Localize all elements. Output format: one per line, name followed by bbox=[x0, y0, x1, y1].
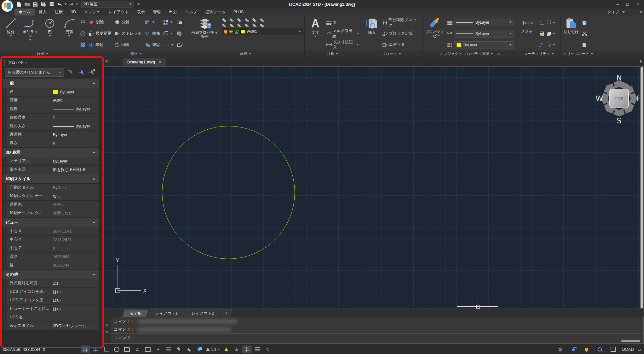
lineweight-dropdown[interactable]: ByLayer bbox=[454, 19, 514, 26]
erase-button[interactable]: 削除 bbox=[89, 18, 111, 26]
maximize-button[interactable]: □ bbox=[623, 0, 633, 9]
layer-restore-icon[interactable] bbox=[252, 22, 257, 27]
collapse-icon[interactable] bbox=[93, 151, 95, 153]
section-header[interactable]: その他 bbox=[3, 270, 99, 279]
layer-match-icon[interactable] bbox=[252, 17, 257, 22]
text-button[interactable]: A 文字 bbox=[306, 16, 325, 51]
point-style-icon[interactable] bbox=[539, 41, 545, 49]
command-drag-handle[interactable] bbox=[105, 318, 110, 320]
quick-select-button[interactable]: + bbox=[67, 69, 75, 76]
block-define-button[interactable]: ブロック定義 bbox=[382, 30, 421, 38]
annotation-scale-icon[interactable]: 1:1 bbox=[205, 345, 221, 353]
command-window-grip[interactable]: × ✎ bbox=[103, 317, 111, 343]
scale-button[interactable]: 尺度変更 bbox=[89, 29, 111, 38]
tab-model[interactable]: モデル bbox=[122, 310, 149, 317]
close-button[interactable]: × bbox=[633, 0, 643, 9]
quick-calc-icon[interactable] bbox=[539, 30, 545, 38]
property-value[interactable]: はい bbox=[50, 305, 99, 313]
property-value[interactable]: 影を投じる/受ける bbox=[50, 166, 99, 174]
property-value[interactable]: 0 bbox=[50, 139, 99, 147]
layer-unlock-icon[interactable] bbox=[229, 17, 234, 22]
lineweight-display-icon[interactable] bbox=[164, 345, 173, 353]
ortho-mode-icon[interactable] bbox=[101, 345, 111, 353]
layer-freeze-icon[interactable] bbox=[222, 22, 227, 27]
type-caret-icon[interactable] bbox=[622, 11, 625, 13]
annotation-auto-scale-icon[interactable] bbox=[221, 345, 231, 353]
multileader-button[interactable]: マルチ引出線 bbox=[325, 30, 359, 38]
trim-button[interactable] bbox=[163, 41, 174, 49]
block-editor-button[interactable]: エディタ bbox=[382, 41, 421, 49]
minimize-button[interactable]: – bbox=[612, 0, 623, 9]
dynamic-input-icon[interactable] bbox=[122, 345, 132, 353]
linear-dimension-button[interactable]: 長さ寸法記入 bbox=[325, 41, 359, 49]
polyline-edit-button[interactable] bbox=[177, 41, 183, 49]
doc-restore-button[interactable]: □ bbox=[634, 10, 636, 14]
command-resize-thumb[interactable] bbox=[621, 340, 640, 342]
vertical-scrollbar[interactable] bbox=[640, 67, 644, 309]
polyline-button[interactable]: ポリライン bbox=[21, 16, 40, 51]
copy-nested-icon[interactable] bbox=[546, 30, 556, 38]
table-button[interactable]: 表 bbox=[325, 19, 359, 27]
explode-button[interactable]: 分解 bbox=[114, 18, 142, 26]
layer-prev-icon[interactable] bbox=[237, 17, 242, 22]
select-objects-button[interactable] bbox=[78, 69, 85, 76]
ribbon-tab-表示[interactable]: 表示 bbox=[133, 9, 149, 15]
object-snap-tracking-icon[interactable]: + bbox=[153, 345, 163, 353]
copy-clip-icon[interactable] bbox=[581, 19, 588, 27]
doc-close-button[interactable]: × bbox=[640, 10, 642, 14]
layer-properties-manager-button[interactable]: 画層プロパティ管理 bbox=[188, 16, 221, 51]
mirror-button[interactable]: 鏡像 bbox=[145, 29, 160, 38]
annotation-visibility-icon[interactable] bbox=[185, 345, 194, 353]
model-paper-toggle-icon[interactable] bbox=[195, 345, 204, 353]
layer-dropdown[interactable]: 画層1 bbox=[222, 28, 303, 35]
insert-block-button[interactable]: 挿入 bbox=[362, 16, 381, 51]
clip-button[interactable] bbox=[177, 29, 183, 38]
polar-tracking-icon[interactable] bbox=[112, 345, 121, 353]
doc-minimize-button[interactable]: – bbox=[628, 10, 630, 14]
qat-overflow-icon[interactable] bbox=[135, 1, 142, 8]
quick-properties-icon[interactable] bbox=[253, 345, 262, 353]
redo-icon[interactable] bbox=[67, 1, 75, 8]
collapse-icon[interactable] bbox=[93, 82, 95, 84]
viewcube[interactable]: TOP N W E S bbox=[596, 75, 642, 125]
panel-annotate-footer[interactable]: 注釈 bbox=[305, 51, 361, 57]
properties-title-bar[interactable]: プロパティ bbox=[3, 59, 99, 67]
selection-cycling-icon[interactable] bbox=[174, 345, 184, 353]
section-header[interactable]: 一般 bbox=[3, 79, 99, 88]
command-close-icon[interactable]: × bbox=[106, 322, 108, 327]
resize-grip-icon[interactable] bbox=[638, 347, 641, 351]
property-value[interactable] bbox=[50, 313, 99, 322]
panel-block-footer[interactable]: ブロック bbox=[361, 51, 422, 57]
tab-layout2[interactable]: レイアウト2 bbox=[185, 310, 221, 317]
copy-button[interactable]: 複写 bbox=[145, 41, 160, 49]
coordinate-readout[interactable]: 3567.256, 433.0284, 0 bbox=[3, 347, 45, 352]
fillet-button[interactable] bbox=[163, 29, 174, 38]
document-tab-close-icon[interactable]: × bbox=[159, 60, 161, 64]
undo-dropdown-icon[interactable] bbox=[64, 3, 67, 5]
move-button[interactable]: 移動 bbox=[89, 41, 111, 49]
id-point-icon[interactable] bbox=[539, 19, 545, 27]
ribbon-tab-挿入[interactable]: 挿入 bbox=[35, 9, 51, 15]
toggle-pickadd-button[interactable] bbox=[88, 69, 95, 76]
hatch-display-icon[interactable] bbox=[242, 345, 252, 353]
color-dropdown[interactable]: ByLayer bbox=[454, 41, 514, 49]
circle-entity[interactable] bbox=[162, 126, 295, 259]
ribbon-tab-ホーム[interactable]: ホーム bbox=[14, 9, 35, 15]
paste-special-icon[interactable] bbox=[581, 41, 588, 49]
ribbon-tab-管理[interactable]: 管理 bbox=[149, 9, 165, 15]
tab-add-layout[interactable]: + bbox=[221, 310, 232, 317]
property-value[interactable]: はい bbox=[50, 288, 99, 296]
lineweight-list-icon[interactable] bbox=[446, 19, 453, 27]
linetype-dropdown[interactable]: ByLayer bbox=[454, 30, 514, 38]
property-value[interactable]: 1:1 bbox=[50, 279, 99, 287]
clean-screen-icon[interactable]: ↻ bbox=[263, 345, 273, 353]
offset-button[interactable] bbox=[177, 18, 183, 26]
redo-dropdown-icon[interactable] bbox=[76, 3, 78, 5]
ribbon-tab-PLUS[interactable]: PLUS bbox=[229, 9, 248, 15]
open-folder-icon[interactable] bbox=[23, 1, 31, 8]
ui-lock-icon[interactable] bbox=[569, 345, 578, 353]
angle-snap-icon[interactable]: ∠ bbox=[133, 345, 142, 353]
panel-objprops-footer[interactable]: オブジェクト プロパティ管理 ⇲ bbox=[423, 51, 518, 57]
ribbon-tab-注釈[interactable]: 注釈 bbox=[51, 9, 67, 15]
quick-select-icon[interactable] bbox=[546, 19, 556, 27]
